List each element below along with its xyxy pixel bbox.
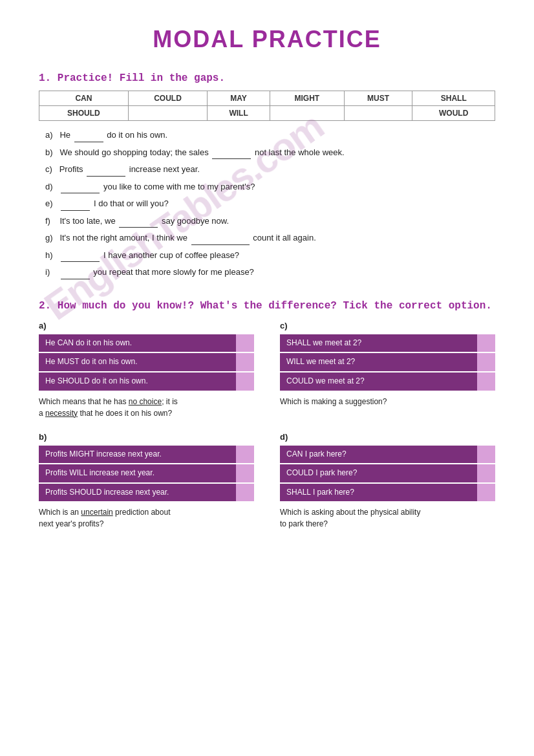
- choice-checkbox[interactable]: [236, 484, 254, 502]
- choice-text: SHALL we meet at 2?: [280, 334, 477, 352]
- word-empty1: [128, 106, 207, 121]
- word-can: CAN: [39, 91, 129, 106]
- choice-checkbox[interactable]: [236, 464, 254, 482]
- option-block-d: d) CAN I park here? COULD I park here? S…: [280, 432, 495, 530]
- word-might: MIGHT: [270, 91, 344, 106]
- options-row-bd: b) Profits MIGHT increase next year. Pro…: [39, 432, 495, 530]
- option-block-c: c) SHALL we meet at 2? WILL we meet at 2…: [280, 321, 495, 419]
- choice-checkbox[interactable]: [236, 446, 254, 464]
- choice-text: COULD we meet at 2?: [280, 373, 477, 391]
- choice-checkbox[interactable]: [236, 373, 254, 391]
- choice-checkbox[interactable]: [477, 446, 495, 464]
- choice-row: COULD we meet at 2?: [280, 373, 495, 391]
- choice-text: Profits MIGHT increase next year.: [39, 446, 236, 464]
- choice-text: SHALL I park here?: [280, 484, 477, 502]
- options-row-ac: a) He CAN do it on his own. He MUST do i…: [39, 321, 495, 419]
- choice-checkbox[interactable]: [477, 373, 495, 391]
- list-item: c) Profits increase next year.: [45, 163, 495, 177]
- word-could: COULD: [128, 91, 207, 106]
- choice-row: Profits SHOULD increase next year.: [39, 484, 254, 502]
- block-b-description: Which is an uncertain prediction about n…: [39, 506, 181, 530]
- section-1: 1. Practice! Fill in the gaps. CAN COULD…: [39, 72, 495, 279]
- choice-text: Profits WILL increase next year.: [39, 464, 236, 482]
- list-item: b) We should go shopping today; the sale…: [45, 146, 495, 160]
- choice-text: CAN I park here?: [280, 446, 477, 464]
- choice-text: He MUST do it on his own.: [39, 353, 236, 371]
- choice-checkbox[interactable]: [477, 353, 495, 371]
- choice-checkbox[interactable]: [477, 464, 495, 482]
- choice-row: Profits WILL increase next year.: [39, 464, 254, 482]
- list-item: f) It's too late, we say goodbye now.: [45, 215, 495, 228]
- section-2: 2. How much do you know!? What's the dif…: [39, 299, 495, 530]
- choice-text: He CAN do it on his own.: [39, 334, 236, 352]
- block-d-description: Which is asking about the physical abili…: [280, 506, 422, 530]
- list-item: a) He do it on his own.: [45, 129, 495, 142]
- choice-checkbox[interactable]: [477, 334, 495, 352]
- block-a-description: Which means that he has no choice; it is…: [39, 396, 181, 419]
- word-empty3: [344, 106, 412, 121]
- choice-row: CAN I park here?: [280, 446, 495, 464]
- choice-checkbox[interactable]: [236, 334, 254, 352]
- word-will: WILL: [208, 106, 270, 121]
- word-may: MAY: [208, 91, 270, 106]
- choice-row: SHALL we meet at 2?: [280, 334, 495, 352]
- block-b-label: b): [39, 432, 254, 442]
- choice-row: He MUST do it on his own.: [39, 353, 254, 371]
- list-item: i) you repeat that more slowly for me pl…: [45, 266, 495, 279]
- choice-text: He SHOULD do it on his own.: [39, 373, 236, 391]
- list-item: h) I have another cup of coffee please?: [45, 249, 495, 263]
- choice-text: COULD I park here?: [280, 464, 477, 482]
- word-must: MUST: [344, 91, 412, 106]
- list-item: g) It's not the right amount, I think we…: [45, 232, 495, 245]
- word-would: WOULD: [412, 106, 495, 121]
- choice-text: WILL we meet at 2?: [280, 353, 477, 371]
- block-c-description: Which is making a suggestion?: [280, 396, 422, 407]
- page-title: MODAL PRACTICE: [39, 26, 495, 53]
- section1-title: 1. Practice! Fill in the gaps.: [39, 72, 495, 84]
- word-should: SHOULD: [39, 106, 129, 121]
- choice-row: Profits MIGHT increase next year.: [39, 446, 254, 464]
- gap-list: a) He do it on his own. b) We should go …: [39, 129, 495, 279]
- option-block-a: a) He CAN do it on his own. He MUST do i…: [39, 321, 254, 419]
- block-d-label: d): [280, 432, 495, 442]
- choice-row: COULD I park here?: [280, 464, 495, 482]
- choice-row: WILL we meet at 2?: [280, 353, 495, 371]
- word-bank: CAN COULD MAY MIGHT MUST SHALL SHOULD WI…: [39, 91, 495, 121]
- list-item: e) I do that or will you?: [45, 197, 495, 211]
- choice-row: SHALL I park here?: [280, 484, 495, 502]
- word-empty2: [270, 106, 344, 121]
- option-block-b: b) Profits MIGHT increase next year. Pro…: [39, 432, 254, 530]
- word-shall: SHALL: [412, 91, 495, 106]
- block-a-label: a): [39, 321, 254, 330]
- choice-row: He CAN do it on his own.: [39, 334, 254, 352]
- choice-checkbox[interactable]: [236, 353, 254, 371]
- choice-text: Profits SHOULD increase next year.: [39, 484, 236, 502]
- section2-title: 2. How much do you know!? What's the dif…: [39, 299, 495, 313]
- list-item: d) you like to come with me to my parent…: [45, 180, 495, 194]
- block-c-label: c): [280, 321, 495, 330]
- choice-row: He SHOULD do it on his own.: [39, 373, 254, 391]
- choice-checkbox[interactable]: [477, 484, 495, 502]
